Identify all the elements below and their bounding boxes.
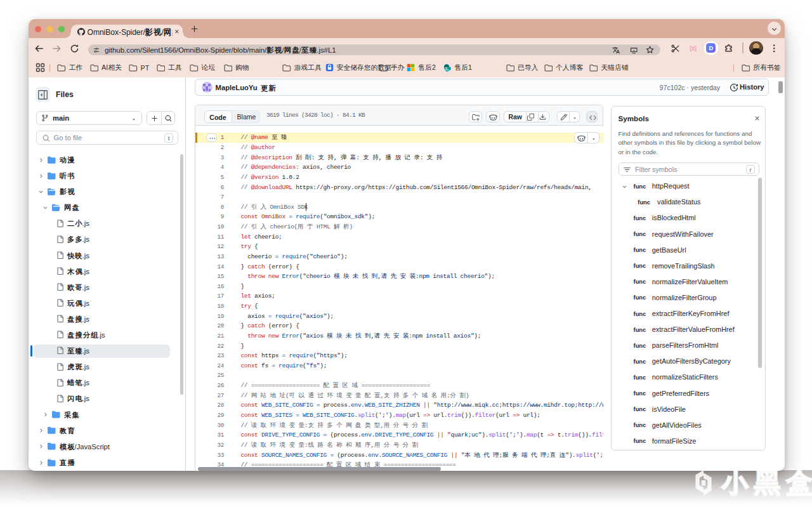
svg-text:S: S <box>445 65 447 70</box>
